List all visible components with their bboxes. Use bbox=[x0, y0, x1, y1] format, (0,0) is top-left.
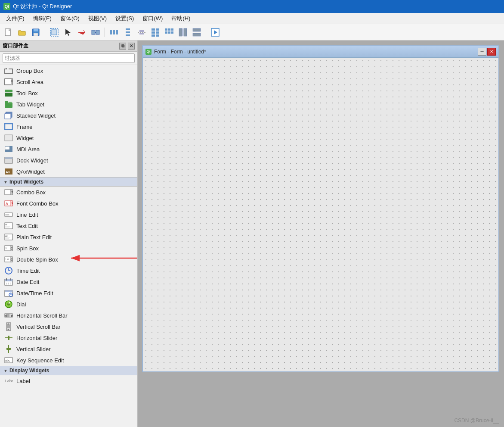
list-item-time-edit[interactable]: Time Edit bbox=[0, 265, 137, 276]
list-item-dial[interactable]: Dial bbox=[0, 299, 137, 310]
list-item-frame[interactable]: Frame bbox=[0, 121, 137, 132]
toolbar-layout-split-h[interactable] bbox=[176, 26, 189, 38]
menu-window[interactable]: 窗口(W) bbox=[138, 14, 167, 23]
list-item-datetime-edit[interactable]: Date/Time Edit bbox=[0, 287, 137, 299]
toolbar-save[interactable] bbox=[29, 26, 42, 38]
list-item-tool-box[interactable]: Tool Box bbox=[0, 87, 137, 99]
widget-icon bbox=[4, 134, 13, 142]
toolbar-layout-break[interactable] bbox=[135, 26, 148, 38]
label-dial: Dial bbox=[16, 301, 133, 308]
toolbar-select[interactable] bbox=[62, 26, 74, 38]
toolbar-open[interactable] bbox=[15, 26, 28, 38]
list-item-h-scroll-bar[interactable]: ◀▶ Horizontal Scroll Bar bbox=[0, 310, 137, 321]
svg-rect-25 bbox=[165, 28, 167, 31]
list-item-stacked-widget[interactable]: Stacked Widget bbox=[0, 110, 137, 121]
list-item-tab-widget[interactable]: Tab Widget bbox=[0, 99, 137, 110]
svg-rect-24 bbox=[156, 34, 159, 37]
list-item-double-spin-box[interactable]: 1.0▲▼ Double Spin Box bbox=[0, 254, 137, 265]
svg-text:A: A bbox=[6, 202, 8, 206]
app-title: Qt 设计师 - Qt Designer bbox=[13, 3, 72, 10]
form-title-text: Form - Form - untitled* bbox=[154, 49, 206, 55]
menu-edit[interactable]: 编辑(E) bbox=[29, 14, 56, 23]
menu-view[interactable]: 视图(V) bbox=[84, 14, 111, 23]
form-title-left: Qt Form - Form - untitled* bbox=[145, 49, 206, 55]
right-area: Qt Form - Form - untitled* ─ ✕ bbox=[138, 41, 504, 427]
section-arrow-display: ▼ bbox=[3, 368, 8, 373]
svg-rect-95 bbox=[5, 279, 12, 281]
list-item-qax-widget[interactable]: Ax QAxWidget bbox=[0, 166, 137, 177]
svg-text:▼: ▼ bbox=[11, 259, 13, 262]
list-item-key-seq-edit[interactable]: abc Key Sequence Edit bbox=[0, 355, 137, 366]
svg-rect-27 bbox=[171, 28, 173, 31]
text-edit-icon: AI bbox=[4, 221, 13, 230]
v-scroll-bar-icon: ▲▼ bbox=[4, 322, 13, 331]
form-window-buttons: ─ ✕ bbox=[478, 48, 496, 56]
list-item-v-scroll-bar[interactable]: ▲▼ Vertical Scroll Bar bbox=[0, 321, 137, 332]
widget-panel-title: 窗口部件盒 bbox=[3, 42, 28, 50]
svg-rect-30 bbox=[171, 31, 173, 34]
line-edit-icon: abc bbox=[4, 210, 13, 219]
form-minimize-btn[interactable]: ─ bbox=[478, 48, 486, 56]
panel-close-btn[interactable]: ✕ bbox=[128, 43, 135, 50]
label-combo-box: Combo Box bbox=[16, 189, 133, 196]
form-close-btn[interactable]: ✕ bbox=[487, 48, 496, 56]
list-item-h-slider[interactable]: Horizontal Slider bbox=[0, 332, 137, 343]
menu-form[interactable]: 窗体(O) bbox=[56, 14, 84, 23]
list-item-date-edit[interactable]: 1 2 3 Date Edit bbox=[0, 276, 137, 287]
svg-rect-18 bbox=[139, 33, 144, 34]
toolbar bbox=[0, 24, 504, 41]
tool-box-icon bbox=[4, 89, 13, 97]
form-canvas[interactable] bbox=[143, 58, 498, 371]
list-item-mdi-area[interactable]: MDI Area bbox=[0, 143, 137, 155]
widget-panel-title-bar: 窗口部件盒 ⧉ ✕ bbox=[0, 41, 137, 52]
svg-rect-19 bbox=[152, 28, 155, 31]
svg-rect-11 bbox=[113, 30, 115, 34]
label-h-slider: Horizontal Slider bbox=[16, 335, 133, 341]
toolbar-layout-grid[interactable] bbox=[163, 26, 176, 38]
toolbar-tab-order[interactable] bbox=[75, 26, 88, 38]
panel-float-btn[interactable]: ⧉ bbox=[119, 43, 126, 50]
svg-rect-23 bbox=[152, 34, 155, 37]
toolbar-buddy[interactable] bbox=[89, 26, 102, 38]
list-item-spin-box[interactable]: 1▲▼ Spin Box bbox=[0, 243, 137, 254]
svg-text:Label: Label bbox=[5, 379, 13, 383]
svg-rect-51 bbox=[5, 114, 11, 119]
section-input-widgets[interactable]: ▼ Input Widgets bbox=[0, 177, 137, 187]
toolbar-new[interactable] bbox=[2, 26, 15, 38]
list-item-plain-text-edit[interactable]: AI Plain Text Edit bbox=[0, 231, 137, 243]
menu-file[interactable]: 文件(F) bbox=[2, 14, 29, 23]
time-edit-icon bbox=[4, 266, 13, 275]
main-layout: 窗口部件盒 ⧉ ✕ ■ Group Box bbox=[0, 41, 504, 427]
toolbar-preview[interactable] bbox=[209, 26, 222, 38]
svg-rect-53 bbox=[5, 135, 12, 141]
menu-help[interactable]: 帮助(H) bbox=[167, 14, 195, 23]
menu-settings[interactable]: 设置(S) bbox=[111, 14, 138, 23]
qax-widget-icon: Ax bbox=[4, 167, 13, 176]
list-item-line-edit[interactable]: abc Line Edit bbox=[0, 209, 137, 220]
list-item-dock-widget[interactable]: Dock Widget bbox=[0, 155, 137, 166]
filter-input[interactable] bbox=[3, 53, 135, 63]
list-item-combo-box[interactable]: ▼ Combo Box bbox=[0, 187, 137, 198]
list-item-font-combo-box[interactable]: A▼ Font Combo Box bbox=[0, 198, 137, 209]
list-item-scroll-area[interactable]: Scroll Area bbox=[0, 76, 137, 87]
list-item-widget[interactable]: Widget bbox=[0, 132, 137, 143]
toolbar-layout-form[interactable] bbox=[149, 26, 162, 38]
list-item-v-slider[interactable]: Vertical Slider bbox=[0, 343, 137, 355]
svg-rect-17 bbox=[139, 30, 144, 32]
toolbar-sep-3 bbox=[206, 28, 206, 37]
list-item-group-box[interactable]: ■ Group Box bbox=[0, 65, 137, 76]
toolbar-layout-h[interactable] bbox=[108, 26, 121, 38]
svg-rect-34 bbox=[193, 28, 201, 31]
toolbar-widget-edit[interactable] bbox=[48, 26, 61, 38]
list-item-text-edit[interactable]: AI Text Edit bbox=[0, 220, 137, 231]
toolbar-layout-split-v[interactable] bbox=[190, 26, 203, 38]
svg-rect-20 bbox=[156, 28, 159, 31]
svg-text:▼: ▼ bbox=[11, 190, 13, 193]
svg-text:▶: ▶ bbox=[11, 314, 13, 317]
svg-rect-22 bbox=[156, 31, 159, 34]
svg-text:abc: abc bbox=[5, 213, 9, 216]
section-display-widgets[interactable]: ▼ Display Widgets bbox=[0, 366, 137, 375]
toolbar-layout-v[interactable] bbox=[121, 26, 134, 38]
label-time-edit: Time Edit bbox=[16, 268, 133, 274]
list-item-label[interactable]: Label Label bbox=[0, 375, 137, 386]
